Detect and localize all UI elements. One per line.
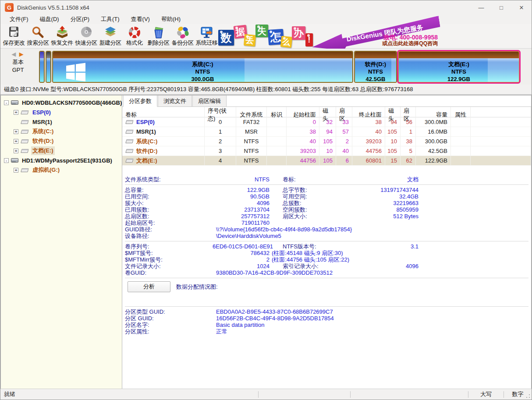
- pinwheel-icon: [176, 26, 189, 39]
- partition-row[interactable]: ESP(0) 0 FAT32 0 32 33 38 94 56 300.0MB: [122, 117, 531, 127]
- search-partition-button[interactable]: 搜索分区: [26, 24, 50, 47]
- main-area: - HD0:WDBLACKSN770500GB(466GB) + ESP(0) …: [0, 95, 532, 389]
- promo-tile: 丢: [244, 34, 256, 46]
- partition-icon: [125, 120, 134, 124]
- tree-item[interactable]: + ESP(0): [1, 107, 122, 117]
- layers-icon: [104, 26, 117, 39]
- menu-item[interactable]: 查看(V): [125, 14, 156, 24]
- tab[interactable]: 浏览文件: [158, 95, 192, 107]
- resize-grip[interactable]: [526, 394, 530, 398]
- maximize-button[interactable]: □: [491, 0, 511, 14]
- row-seq: 4: [205, 156, 236, 165]
- menu-item[interactable]: 分区(P): [65, 14, 95, 24]
- tree-item-label[interactable]: 软件(D:): [31, 137, 55, 145]
- quick-partition-button[interactable]: 快速分区: [74, 24, 98, 47]
- promo-banner[interactable]: 数据丢失怎么办! DiskGenius 团队为您服务 致电: 400-008-9…: [218, 24, 440, 48]
- row-volume-cell[interactable]: 软件(D:): [122, 146, 205, 156]
- tree-expander[interactable]: +: [14, 168, 18, 173]
- next-disk-arrow-icon[interactable]: ▶: [19, 51, 25, 57]
- tree-item[interactable]: + 虚拟机(G:): [1, 165, 122, 175]
- status-bar: 就绪 大写 数字: [0, 389, 532, 400]
- partition-bar-esp[interactable]: [39, 51, 45, 83]
- tree-expander[interactable]: +: [14, 139, 18, 144]
- window-title: DiskGenius V5.5.1.1508 x64: [17, 4, 89, 11]
- row-filesystem: NTFS: [236, 137, 267, 146]
- row-volume-cell[interactable]: 文档(E:): [122, 156, 205, 165]
- partition-bar-d[interactable]: 软件(D:) NTFS 42.5GB: [354, 51, 397, 83]
- row-tag: [267, 156, 287, 165]
- row-end-cyl: 60801: [352, 156, 385, 165]
- tree-item-label[interactable]: 虚拟机(G:): [31, 166, 61, 174]
- tab[interactable]: 扇区编辑: [192, 95, 227, 107]
- close-button[interactable]: ✕: [511, 0, 532, 14]
- partition-row[interactable]: 系统(C:) 2 NTFS 40 105 2 39203 10 38 300.0…: [122, 137, 531, 146]
- floppy-disk-icon: [7, 26, 21, 39]
- partition-bar-e-selected[interactable]: 文档(E:) NTFS 122.9GB: [398, 51, 520, 83]
- tree-item-label[interactable]: 系统(C:): [31, 127, 55, 136]
- row-start-sector: 33: [336, 117, 352, 127]
- backup-partition-button[interactable]: 备份分区: [170, 24, 195, 47]
- tree-item[interactable]: - HD1:WDMyPassport25E1(931GB): [1, 156, 122, 165]
- menu-item[interactable]: 帮助(H): [156, 14, 186, 24]
- tree-expander[interactable]: +: [14, 129, 18, 134]
- system-migration-button[interactable]: 系统迁移: [195, 24, 219, 47]
- tree-item-label[interactable]: HD0:WDBLACKSN770500GB(466GB): [21, 99, 122, 106]
- format-button[interactable]: 格式化: [122, 24, 146, 47]
- row-volume-cell[interactable]: ESP(0): [122, 117, 205, 127]
- partition-d-label: 软件(D:) NTFS 42.5GB: [355, 60, 396, 83]
- partition-bar-c[interactable]: 系统(C:) NTFS 300.0GB: [52, 51, 353, 83]
- row-volume-cell[interactable]: MSR(1): [122, 127, 205, 136]
- row-end-cyl: 38: [352, 117, 385, 127]
- tree-item[interactable]: + 系统(C:): [1, 127, 122, 136]
- detail-row: 卷序列号: 6ED6-01C5-D601-8E91 NTFS版本号: 3.1: [125, 243, 531, 250]
- tree-expander[interactable]: -: [4, 100, 9, 105]
- content-panel: 分区参数浏览文件扇区编辑 卷标 序号(状态) 文件系统 标识 起始柱面 磁头 扇…: [122, 95, 532, 389]
- menu-item[interactable]: 工具(T): [95, 14, 125, 24]
- row-end-cyl: 44756: [352, 146, 385, 156]
- new-partition-button[interactable]: 新建分区: [98, 24, 122, 47]
- row-attribute: [451, 146, 471, 156]
- analyze-row: 分析 数据分配情况图:: [128, 281, 531, 292]
- detail-row: 簇大小: 4096 总簇数: 32219663: [125, 200, 531, 206]
- tree-item[interactable]: - HD0:WDBLACKSN770500GB(466GB): [1, 98, 122, 107]
- row-volume-name: MSR(1): [136, 128, 156, 135]
- promo-qq-link[interactable]: 或点击此处选择QQ咨询: [382, 40, 438, 46]
- save-changes-button[interactable]: 保存更改: [2, 24, 26, 47]
- tree-item-label[interactable]: MSR(1): [31, 118, 53, 126]
- row-start-head: 32: [319, 117, 336, 127]
- menu-item[interactable]: 文件(F): [4, 14, 34, 24]
- partition-row[interactable]: 文档(E:) 4 NTFS 44756 105 6 60801 15 62 12…: [122, 156, 531, 166]
- tree-expander[interactable]: +: [14, 149, 18, 153]
- partition-row[interactable]: 软件(D:) 3 NTFS 39203 10 40 44756 105 5 42…: [122, 146, 531, 156]
- tree-expander[interactable]: +: [14, 110, 18, 115]
- recover-files-button[interactable]: 恢复文件: [50, 24, 74, 47]
- analyze-button[interactable]: 分析: [128, 281, 170, 292]
- prev-disk-arrow-icon[interactable]: ◀: [11, 51, 17, 57]
- partition-bar-msr[interactable]: [46, 51, 51, 83]
- tree-item[interactable]: MSR(1): [1, 117, 122, 127]
- row-start-cyl: 39203: [287, 146, 319, 156]
- detail-row: 已用簇数: 23713704 空闲簇数: 8505959: [125, 206, 531, 213]
- tab[interactable]: 分区参数: [123, 95, 157, 107]
- tree-item-label[interactable]: ESP(0): [31, 109, 52, 116]
- tree-item[interactable]: + 文档(E:): [1, 146, 122, 156]
- allocation-map-label: 数据分配情况图:: [176, 283, 218, 291]
- row-start-head: 105: [319, 156, 336, 165]
- tree-expander[interactable]: -: [4, 158, 9, 163]
- row-volume-cell[interactable]: 系统(C:): [122, 137, 205, 146]
- menu-item[interactable]: 磁盘(D): [34, 14, 65, 24]
- tree-item[interactable]: + 软件(D:): [1, 136, 122, 146]
- row-attribute: [451, 137, 471, 146]
- partition-row[interactable]: MSR(1) 1 MSR 38 94 57 40 105 1 16.0MB: [122, 127, 531, 137]
- promo-tile: 数: [218, 30, 234, 46]
- tree-item-label[interactable]: 文档(E:): [31, 146, 55, 155]
- partition-icon: [21, 168, 29, 173]
- disk-info-bar: 磁盘0 接口:NVMe 型号:WDBLACKSN770500GB 序列号:223…: [0, 85, 532, 95]
- row-end-head: 15: [385, 156, 401, 165]
- delete-partition-button[interactable]: 删除分区: [146, 24, 170, 47]
- tree-item-label[interactable]: HD1:WDMyPassport25E1(931GB): [21, 157, 113, 164]
- partition-details: 文件系统类型: NTFS 卷标: 文档 总容量: 122.9GB 总字节数: 1…: [122, 176, 531, 335]
- detail-row: GUID路径: \\?\Volume{16d56f2b-cb4c-49f4-8d…: [125, 226, 531, 233]
- minimize-button[interactable]: —: [471, 0, 491, 14]
- disc-icon: [80, 26, 93, 39]
